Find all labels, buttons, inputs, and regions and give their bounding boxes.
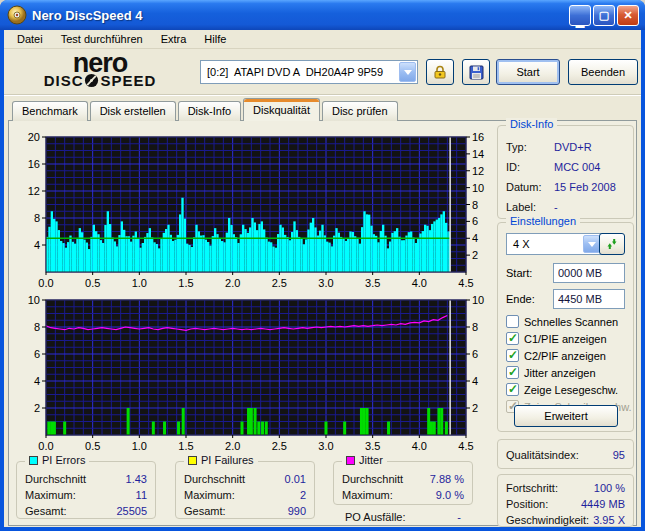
checkbox-box[interactable]	[506, 349, 519, 362]
svg-text:1.0: 1.0	[132, 277, 147, 289]
svg-text:6: 6	[472, 215, 478, 227]
stat-label: Maximum:	[342, 487, 393, 503]
drive-select[interactable]: [0:2] ATAPI DVD A DH20A4P 9P59	[200, 60, 418, 84]
tab-diskqualitaet[interactable]: Diskqualität	[243, 98, 320, 121]
disk-id-value: MCC 004	[554, 159, 600, 175]
svg-text:4: 4	[34, 239, 40, 251]
disk-info-label: Typ:	[506, 139, 554, 155]
svg-text:8: 8	[472, 321, 478, 333]
checkbox-jitter[interactable]: Jitter anzeigen	[506, 366, 596, 379]
chevron-down-icon[interactable]	[399, 62, 416, 82]
svg-text:8: 8	[472, 199, 478, 211]
disk-info-label: Label:	[506, 199, 554, 215]
checkbox-lesegeschw[interactable]: Zeige Lesegeschw.	[506, 383, 618, 396]
start-input[interactable]	[553, 263, 625, 283]
disc-icon	[7, 5, 27, 25]
menu-datei[interactable]: Datei	[8, 31, 52, 47]
end-input[interactable]	[553, 289, 625, 309]
svg-text:14: 14	[472, 148, 484, 160]
svg-text:16: 16	[28, 158, 40, 170]
toolbar: nero DISC SPEED [0:2] ATAPI DVD A DH20A4…	[4, 49, 641, 95]
po-failures-row: PO Ausfälle: -	[337, 509, 469, 525]
quality-index-panel: Qualitätsindex:95	[497, 439, 634, 469]
po-failures-value: -	[457, 509, 461, 525]
svg-text:10: 10	[472, 182, 484, 194]
start-field-label: Start:	[506, 267, 532, 279]
title-bar: Nero DiscSpeed 4 ▁ ▢ ✕	[0, 0, 645, 30]
stat-value: 11	[136, 487, 147, 503]
checkbox-box[interactable]	[506, 315, 519, 328]
checkbox-c1-pie[interactable]: C1/PIE anzeigen	[506, 332, 607, 345]
lock-button[interactable]	[426, 59, 454, 85]
pi-failures-legend-swatch	[188, 456, 197, 465]
svg-text:2: 2	[34, 402, 40, 414]
svg-text:0.5: 0.5	[85, 277, 100, 289]
svg-text:4.5: 4.5	[458, 277, 473, 289]
save-button[interactable]	[462, 59, 490, 85]
stat-label: Maximum:	[184, 487, 235, 503]
speed-select[interactable]: 4 X	[506, 233, 602, 255]
stat-label: Durchschnitt	[184, 471, 245, 487]
stat-value: 2	[300, 487, 306, 503]
svg-text:2: 2	[472, 249, 478, 261]
tab-disk-erstellen[interactable]: Disk erstellen	[90, 101, 176, 121]
checkbox-box[interactable]	[506, 332, 519, 345]
nero-discspeed-logo: nero DISC SPEED	[14, 51, 186, 89]
svg-text:3.5: 3.5	[365, 277, 380, 289]
checkbox-label: Jitter anzeigen	[524, 367, 596, 379]
svg-text:1.0: 1.0	[132, 440, 147, 452]
menu-hilfe[interactable]: Hilfe	[195, 31, 235, 47]
minimize-icon[interactable]: ▁	[569, 5, 591, 26]
stat-label: Durchschnitt	[342, 471, 403, 487]
pi-errors-chart: 201612841614121086420.00.51.01.52.02.53.…	[10, 124, 488, 290]
svg-text:1.5: 1.5	[178, 440, 193, 452]
logo-text-disc: DISC	[44, 72, 84, 89]
pi-errors-legend-swatch	[29, 456, 38, 465]
svg-text:2: 2	[472, 402, 478, 414]
svg-text:1.5: 1.5	[178, 277, 193, 289]
svg-text:16: 16	[472, 131, 484, 143]
svg-text:4: 4	[472, 232, 478, 244]
svg-text:2.5: 2.5	[272, 277, 287, 289]
checkbox-label: C2/PIF anzeigen	[524, 350, 606, 362]
checkbox-box[interactable]	[506, 383, 519, 396]
settings-title: Einstellungen	[506, 215, 580, 227]
close-icon[interactable]: ✕	[617, 5, 639, 26]
svg-text:0.0: 0.0	[38, 440, 53, 452]
quit-button[interactable]: Beenden	[568, 59, 638, 85]
tab-disc-pruefen[interactable]: Disc prüfen	[322, 101, 398, 121]
stat-value: 1.43	[126, 471, 147, 487]
jitter-title: Jitter	[359, 454, 383, 466]
start-button[interactable]: Start	[496, 59, 560, 85]
svg-text:2.0: 2.0	[225, 440, 240, 452]
chevron-down-icon[interactable]	[583, 235, 600, 253]
checkbox-schnelles-scannen[interactable]: Schnelles Scannen	[506, 315, 618, 328]
svg-text:3.5: 3.5	[365, 440, 380, 452]
tab-disk-info[interactable]: Disk-Info	[178, 101, 241, 121]
checkbox-box[interactable]	[506, 366, 519, 379]
position-label: Position:	[506, 496, 548, 512]
quality-index-value: 95	[613, 447, 625, 463]
svg-text:2.5: 2.5	[272, 440, 287, 452]
maximize-icon[interactable]: ▢	[593, 5, 615, 26]
refresh-icon	[605, 237, 619, 251]
stat-value: 0.01	[285, 471, 306, 487]
position-value: 4449 MB	[581, 496, 625, 512]
jitter-legend-swatch	[346, 456, 355, 465]
svg-text:6: 6	[472, 348, 478, 360]
settings-panel: Einstellungen 4 X Start: Ende: Schnelles…	[497, 222, 634, 432]
logo-text-speed: SPEED	[100, 72, 156, 89]
refresh-button[interactable]	[599, 233, 625, 255]
svg-text:4.5: 4.5	[458, 440, 473, 452]
menu-extra[interactable]: Extra	[152, 31, 196, 47]
disk-info-label: ID:	[506, 159, 554, 175]
svg-text:3.0: 3.0	[318, 277, 333, 289]
stat-label: Durchschnitt	[25, 471, 86, 487]
checkbox-c2-pif[interactable]: C2/PIF anzeigen	[506, 349, 606, 362]
app-window: Nero DiscSpeed 4 ▁ ▢ ✕ Datei Test durchf…	[0, 0, 645, 531]
menu-test-durchfuehren[interactable]: Test durchführen	[52, 31, 152, 47]
progress-value: 100 %	[594, 480, 625, 496]
advanced-button[interactable]: Erweitert	[514, 405, 618, 427]
tab-benchmark[interactable]: Benchmark	[12, 101, 88, 121]
stat-label: Gesamt:	[25, 503, 67, 519]
